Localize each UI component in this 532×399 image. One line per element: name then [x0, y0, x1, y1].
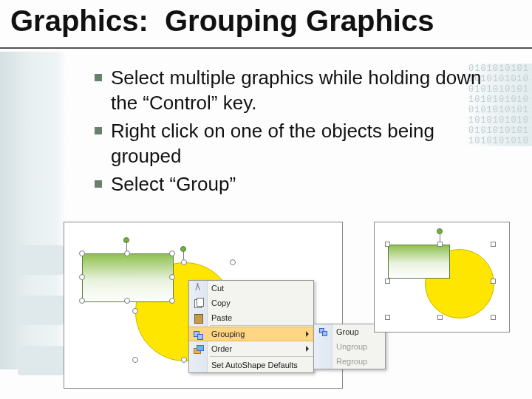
group-handle[interactable]: [385, 315, 390, 320]
submenu-item-regroup: Regroup: [314, 354, 385, 369]
menu-item-copy[interactable]: Copy: [189, 296, 313, 310]
list-item: Select “Group”: [95, 171, 508, 197]
menu-item-label: Paste: [211, 313, 232, 322]
order-icon: [192, 343, 204, 355]
menu-item-grouping[interactable]: Grouping: [189, 327, 313, 341]
bullet-list: Select multiple graphics while holding d…: [95, 65, 508, 200]
cut-icon: [192, 282, 204, 294]
group-handle[interactable]: [385, 279, 390, 284]
selection-handle[interactable]: [181, 259, 187, 265]
menu-item-label: Set AutoShape Defaults: [211, 361, 298, 369]
menu-item-label: Cut: [211, 284, 224, 293]
left-tab-deco: [18, 346, 64, 375]
list-item: Right click on one of the objects being …: [95, 118, 508, 168]
selection-handle[interactable]: [124, 298, 130, 304]
submenu-item-ungroup: Ungroup: [314, 339, 385, 354]
group-icon: [317, 326, 329, 338]
submenu-arrow-icon: [306, 346, 309, 352]
list-item: Select multiple graphics while holding d…: [95, 65, 508, 115]
figure-grouped-result: [374, 222, 510, 332]
grouping-icon: [192, 329, 204, 341]
context-menu[interactable]: Cut Copy Paste Grouping: [188, 280, 314, 373]
menu-item-label: Grouping: [211, 330, 245, 338]
selection-handle[interactable]: [79, 250, 85, 256]
selection-handle[interactable]: [132, 357, 138, 363]
list-item-text: Right click on one of the objects being …: [111, 118, 508, 168]
selection-handle[interactable]: [79, 274, 85, 280]
list-item-text: Select multiple graphics while holding d…: [111, 65, 508, 115]
selection-handle[interactable]: [124, 250, 130, 256]
rectangle-shape[interactable]: [388, 245, 450, 279]
figure-selected-with-menu: Cut Copy Paste Grouping: [64, 222, 343, 389]
group-handle[interactable]: [491, 279, 496, 284]
submenu-arrow-icon: [306, 331, 309, 337]
selection-handle[interactable]: [181, 357, 187, 363]
menu-item-order[interactable]: Order: [189, 341, 313, 356]
menu-item-label: Copy: [211, 299, 231, 307]
left-tab-deco: [18, 296, 64, 325]
menu-item-label: Order: [211, 344, 232, 353]
left-tab-deco: [18, 245, 64, 275]
menu-item-cut[interactable]: Cut: [189, 281, 313, 296]
group-handle[interactable]: [491, 242, 496, 247]
group-handle[interactable]: [437, 315, 443, 320]
bullet-square-icon: [95, 127, 102, 134]
rectangle-shape[interactable]: [82, 253, 174, 302]
selection-handle[interactable]: [79, 298, 85, 304]
selection-handle[interactable]: [169, 298, 175, 304]
slide: 0101010101 1010101010 0101010101 1010101…: [0, 0, 532, 399]
menu-item-label: Regroup: [336, 357, 367, 366]
title-underline: [0, 47, 532, 49]
group-handle[interactable]: [437, 242, 443, 247]
bullet-square-icon: [95, 74, 102, 81]
menu-item-paste[interactable]: Paste: [189, 310, 313, 325]
rotation-handle-icon[interactable]: [437, 228, 443, 234]
menu-item-set-autoshape-defaults[interactable]: Set AutoShape Defaults: [189, 358, 313, 372]
bullet-square-icon: [95, 180, 102, 188]
group-handle[interactable]: [385, 242, 390, 247]
selection-handle[interactable]: [132, 308, 138, 314]
list-item-text: Select “Group”: [111, 171, 508, 197]
selection-handle[interactable]: [169, 250, 175, 256]
rotation-handle-icon[interactable]: [180, 246, 186, 252]
paste-icon: [192, 312, 204, 324]
menu-item-label: Group: [336, 327, 359, 336]
menu-item-label: Ungroup: [336, 342, 367, 351]
copy-icon: [192, 297, 204, 309]
page-title: Graphics: Grouping Graphics: [10, 4, 434, 38]
selection-handle[interactable]: [230, 259, 236, 265]
group-handle[interactable]: [491, 315, 496, 320]
selection-handle[interactable]: [169, 274, 175, 280]
rotation-handle-icon[interactable]: [123, 237, 129, 243]
